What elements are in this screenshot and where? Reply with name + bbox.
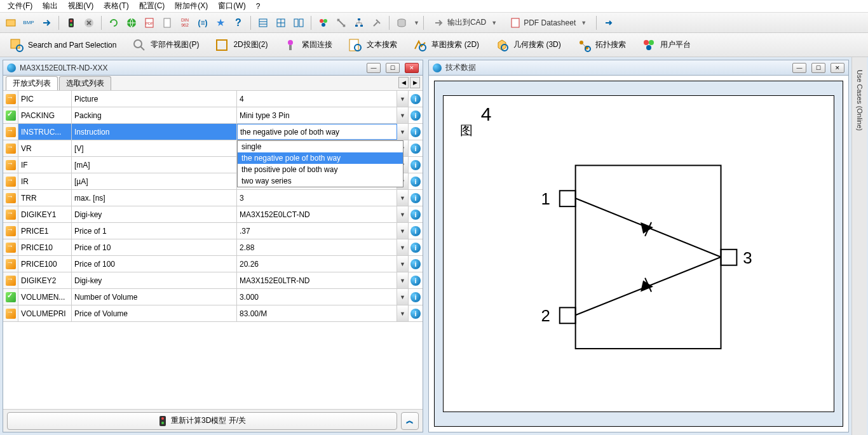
table-row[interactable]: PRICE1Price of 1.37▼i: [3, 223, 423, 239]
tab-next-button[interactable]: ▶: [410, 77, 420, 88]
row-info-button[interactable]: i: [409, 173, 423, 189]
tool-open-icon[interactable]: [3, 15, 19, 31]
tool-traffic-icon[interactable]: [63, 15, 79, 31]
row-value[interactable]: the negative pole of both way: [237, 124, 397, 140]
row-value[interactable]: 3: [237, 190, 397, 206]
row-info-button[interactable]: i: [409, 305, 423, 321]
tool-star-icon[interactable]: ★: [212, 15, 229, 31]
tool-caliper-icon[interactable]: [333, 15, 349, 31]
close-button[interactable]: ✕: [831, 63, 844, 73]
row-dropdown-button[interactable]: ▼: [397, 305, 409, 321]
tab-prev-button[interactable]: ◀: [398, 77, 409, 88]
row-value[interactable]: Mini type 3 Pin: [237, 107, 397, 123]
export-cad-button[interactable]: 输出到CAD ▼: [428, 15, 503, 31]
tool-globe-icon[interactable]: [123, 15, 140, 31]
instruction-dropdown[interactable]: singlethe negative pole of both waythe p…: [237, 140, 403, 187]
expand-button[interactable]: ︽: [401, 412, 419, 430]
row-info-button[interactable]: i: [409, 239, 423, 255]
minimize-button[interactable]: —: [367, 63, 381, 73]
text-search-button[interactable]: 文本搜索: [344, 35, 401, 55]
tool-export-icon[interactable]: [38, 15, 55, 31]
schematic-viewer[interactable]: 图图 44 1 2 3: [434, 81, 843, 427]
row-value[interactable]: 2.88: [237, 239, 397, 255]
row-dropdown-button[interactable]: ▼: [397, 256, 409, 272]
topo-button[interactable]: 拓扑搜索: [573, 35, 630, 55]
table-row[interactable]: TRRmax. [ns]3▼i: [3, 190, 423, 206]
menu-output[interactable]: 输出: [37, 0, 63, 13]
tool-grid2-icon[interactable]: [273, 15, 289, 31]
table-row[interactable]: VOLUMEPRIPrice of Volume83.00/M▼i: [3, 305, 423, 322]
row-value[interactable]: 4: [237, 91, 397, 107]
menu-file[interactable]: 文件(F): [3, 0, 37, 13]
table-row[interactable]: PRICE10Price of 102.88▼i: [3, 239, 423, 256]
row-dropdown-button[interactable]: ▼: [397, 272, 409, 288]
table-row[interactable]: DIGIKEY1Digi-keyMA3X152E0LCT-ND▼i: [3, 206, 423, 223]
table-row[interactable]: VOLUMEN...Number of Volume3.000▼i: [3, 289, 423, 305]
row-info-button[interactable]: i: [409, 289, 423, 305]
sketch-2d-button[interactable]: 草图搜索 (2D): [409, 35, 483, 55]
table-row[interactable]: DIGIKEY2Digi-keyMA3X152E0LTR-ND▼i: [3, 272, 423, 289]
row-dropdown-button[interactable]: ▼: [397, 91, 409, 107]
maximize-button[interactable]: ☐: [811, 63, 825, 73]
table-row[interactable]: INSTRUC...Instructionthe negative pole o…: [3, 124, 423, 140]
row-dropdown-button[interactable]: ▼: [397, 206, 409, 222]
row-info-button[interactable]: i: [409, 157, 423, 173]
tool-palette-icon[interactable]: [315, 15, 332, 31]
tight-conn-button[interactable]: 紧固连接: [279, 35, 336, 55]
menu-window[interactable]: 窗口(W): [213, 0, 250, 13]
dropdown-option[interactable]: two way series: [238, 175, 403, 187]
tool-cancel-icon[interactable]: [81, 15, 97, 31]
table-row[interactable]: PACKINGPackingMini type 3 Pin▼i: [3, 107, 423, 124]
recompute-3d-button[interactable]: 重新计算3D模型 开/关: [7, 412, 397, 430]
row-info-button[interactable]: i: [409, 272, 423, 288]
menu-view[interactable]: 视图(V): [63, 0, 98, 13]
minimize-button[interactable]: —: [792, 63, 806, 73]
row-dropdown-button[interactable]: ▼: [397, 223, 409, 239]
maximize-button[interactable]: ☐: [386, 63, 400, 73]
row-info-button[interactable]: i: [409, 190, 423, 206]
row-value[interactable]: MA3X152E0LTR-ND: [237, 272, 397, 288]
row-value[interactable]: 3.000: [237, 289, 397, 305]
menu-addons[interactable]: 附加件(X): [170, 0, 213, 13]
row-value[interactable]: .37: [237, 223, 397, 239]
row-info-button[interactable]: i: [409, 140, 423, 156]
tool-din-icon[interactable]: DIN962: [177, 15, 193, 31]
pdf-datasheet-button[interactable]: PDF Datasheet ▼: [504, 15, 592, 31]
row-value[interactable]: 20.26: [237, 256, 397, 272]
row-value[interactable]: 83.00/M: [237, 305, 397, 321]
row-info-button[interactable]: i: [409, 206, 423, 222]
table-row[interactable]: PRICE100Price of 10020.26▼i: [3, 256, 423, 272]
tool-arrow-icon[interactable]: [600, 15, 617, 31]
tab-open-list[interactable]: 开放式列表: [6, 76, 58, 90]
close-button[interactable]: ✕: [405, 63, 419, 73]
tool-grid1-icon[interactable]: [255, 15, 271, 31]
tool-tree-icon[interactable]: [351, 15, 367, 31]
row-dropdown-button[interactable]: ▼: [397, 239, 409, 255]
table-row[interactable]: PICPicture4▼i: [3, 91, 423, 107]
tab-select-list[interactable]: 选取式列表: [59, 76, 111, 90]
tool-db-icon[interactable]: [393, 15, 410, 31]
geo-3d-button[interactable]: 几何搜索 (3D): [491, 35, 565, 55]
search-part-button[interactable]: Search and Part Selection: [5, 35, 120, 55]
dropdown-option[interactable]: the negative pole of both way: [238, 152, 403, 164]
row-info-button[interactable]: i: [409, 124, 423, 140]
row-dropdown-button[interactable]: ▼: [397, 107, 409, 123]
view-2d-button[interactable]: 2D投图(2): [210, 35, 271, 55]
dropdown-option[interactable]: the positive pole of both way: [238, 164, 403, 175]
part-view-button[interactable]: 零部件视图(P): [128, 35, 203, 55]
row-info-button[interactable]: i: [409, 91, 423, 107]
row-dropdown-button[interactable]: ▼: [397, 289, 409, 305]
dropdown-option[interactable]: single: [238, 141, 403, 152]
row-dropdown-button[interactable]: ▼: [397, 190, 409, 206]
row-info-button[interactable]: i: [409, 223, 423, 239]
dropdown-arrow-icon[interactable]: ▼: [414, 20, 419, 26]
tool-paren-icon[interactable]: (≡): [194, 15, 211, 31]
tool-pdf-icon[interactable]: PDF: [141, 15, 158, 31]
menu-help[interactable]: ?: [251, 1, 266, 12]
tool-help-icon[interactable]: ?: [230, 15, 247, 31]
user-platform-button[interactable]: 用户平台: [637, 35, 695, 55]
side-tab[interactable]: Use Cases (Online): [851, 57, 867, 435]
tool-bmp-icon[interactable]: BMP: [20, 15, 37, 31]
tool-tools-icon[interactable]: [369, 15, 385, 31]
menu-config[interactable]: 配置(C): [134, 0, 170, 13]
